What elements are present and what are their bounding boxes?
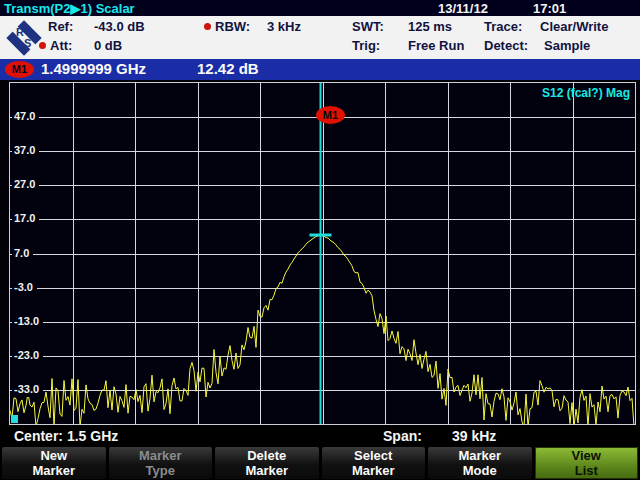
ref-level-field[interactable]: Ref: -43.0 dB — [48, 19, 145, 34]
analyzer-screen: Transm(P2▶1) Scalar 13/11/12 17:01 R S R… — [0, 0, 640, 480]
grid-lines — [10, 83, 635, 424]
marker-badge[interactable]: M1 — [5, 61, 34, 78]
softkey-select-marker[interactable]: SelectMarker — [322, 447, 426, 479]
swt-value: 125 ms — [408, 19, 452, 34]
center-frequency[interactable]: Center: 1.5 GHz — [14, 428, 118, 444]
rs-logo: R S — [4, 18, 44, 58]
y-axis-tick-label: 7.0 — [12, 246, 33, 261]
svg-text:S: S — [24, 37, 31, 49]
span-value[interactable]: 39 kHz — [452, 428, 496, 444]
settings-panel: R S Ref: -43.0 dB RBW: 3 kHz SWT: 125 ms… — [0, 16, 640, 59]
trace-mode-label: Trace: — [484, 19, 540, 34]
trace-mode-value: Clear/Write — [540, 19, 608, 34]
trace-mode-field[interactable]: Trace: Clear/Write — [484, 19, 608, 34]
ref-value: -43.0 dB — [94, 19, 145, 34]
softkey-bar: NewMarker MarkerType DeleteMarker Select… — [0, 447, 640, 480]
marker-readout-bar: M1 1.4999999 GHz 12.42 dB — [0, 59, 640, 80]
trigger-field[interactable]: Trig: Free Run — [352, 38, 464, 53]
coupled-indicator-icon — [39, 42, 46, 49]
ref-label: Ref: — [48, 19, 94, 34]
y-axis-tick-label: 27.0 — [12, 177, 39, 192]
spectrum-trace — [10, 235, 634, 425]
rs-logo-icon: R S — [4, 18, 44, 58]
y-axis-tick-label: -3.0 — [12, 280, 37, 295]
marker-level-tick — [310, 234, 332, 237]
trigger-label: Trig: — [352, 38, 408, 53]
measurement-title: Transm(P2▶1) Scalar — [4, 1, 135, 16]
date-display: 13/11/12 — [438, 1, 488, 16]
svg-text:R: R — [16, 26, 24, 38]
span-label: Span: — [383, 428, 422, 444]
y-axis-tick-label: 47.0 — [12, 109, 39, 124]
att-field[interactable]: Att: 0 dB — [39, 38, 122, 53]
swt-field[interactable]: SWT: 125 ms — [352, 19, 452, 34]
trace-plot-canvas — [10, 83, 635, 424]
coupled-indicator-icon — [204, 23, 211, 30]
softkey-marker-type: MarkerType — [109, 447, 213, 479]
marker-m1-flag[interactable]: M1 — [316, 106, 345, 124]
detector-value: Sample — [544, 38, 590, 53]
softkey-new-marker[interactable]: NewMarker — [2, 447, 106, 479]
rbw-value: 3 kHz — [267, 19, 301, 34]
detector-field[interactable]: Detect: Sample — [484, 38, 590, 53]
trace-start-indicator — [11, 415, 18, 423]
detector-label: Detect: — [484, 38, 544, 53]
softkey-marker-mode[interactable]: MarkerMode — [428, 447, 532, 479]
y-axis-tick-label: -23.0 — [12, 348, 43, 363]
softkey-delete-marker[interactable]: DeleteMarker — [215, 447, 319, 479]
marker-level: 12.42 dB — [197, 60, 259, 77]
trigger-value: Free Run — [408, 38, 464, 53]
title-bar: Transm(P2▶1) Scalar 13/11/12 17:01 — [0, 0, 640, 16]
att-label: Att: — [50, 38, 94, 53]
y-axis-tick-label: -13.0 — [12, 314, 43, 329]
trace-plot[interactable]: S12 (fcal?) Mag M1 47.037.027.017.07.0-3… — [9, 82, 636, 425]
att-value: 0 dB — [94, 38, 122, 53]
rbw-label: RBW: — [215, 19, 267, 34]
trace-format-label: S12 (fcal?) Mag — [542, 86, 630, 100]
marker-frequency: 1.4999999 GHz — [41, 60, 146, 77]
center-label: Center: — [14, 428, 63, 444]
y-axis-tick-label: 17.0 — [12, 211, 39, 226]
softkey-view-list[interactable]: ViewList — [535, 447, 639, 479]
center-value: 1.5 GHz — [67, 428, 118, 444]
y-axis-tick-label: -33.0 — [12, 382, 43, 397]
frequency-status-bar: Center: 1.5 GHz Span: 39 kHz — [0, 425, 640, 447]
rbw-field[interactable]: RBW: 3 kHz — [204, 19, 301, 34]
swt-label: SWT: — [352, 19, 408, 34]
y-axis-tick-label: 37.0 — [12, 143, 39, 158]
time-display: 17:01 — [533, 1, 566, 16]
